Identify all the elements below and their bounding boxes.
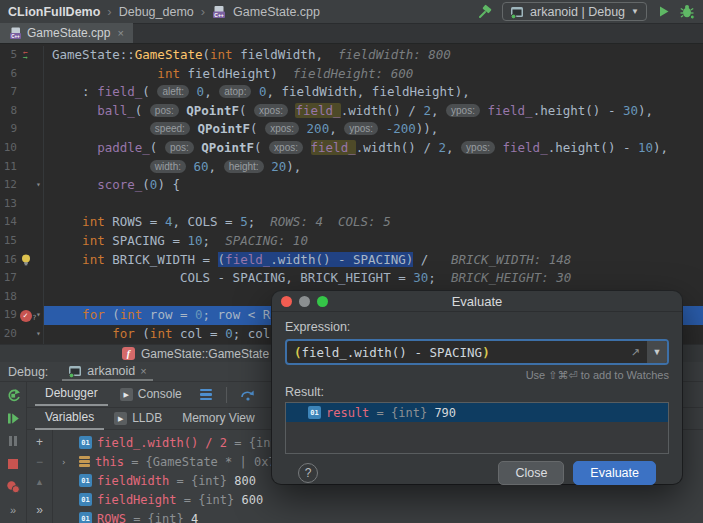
expand-icon[interactable]: ↗ [625, 346, 646, 359]
code-text[interactable]: score_(0) { [44, 176, 703, 195]
debug-label: Debug: [8, 365, 48, 379]
code-line-10[interactable]: 10 paddle_( pos: QPointF( xpos: field_.w… [0, 139, 703, 158]
fold-marker-icon[interactable]: ▾ [34, 176, 44, 195]
breadcrumb-folder[interactable]: Debug_demo [119, 5, 194, 19]
expand-arrow-icon[interactable]: › [61, 457, 74, 467]
line-number: 15 [0, 232, 17, 251]
close-button[interactable]: Close [498, 461, 564, 485]
result-name: result [326, 406, 369, 420]
gutter-space [17, 176, 34, 195]
terminal-icon: ▶ [114, 412, 127, 425]
dialog-title-bar: Evaluate [272, 291, 682, 312]
line-number: 20 [0, 325, 17, 344]
debug-session-tab[interactable]: arkanoid × [62, 362, 152, 381]
breakpoint-icon[interactable]: ✓ [17, 306, 34, 325]
more-icon[interactable]: » [36, 504, 43, 516]
code-line-11[interactable]: 11 width: 60, height: 20), [0, 158, 703, 177]
line-number: 18 [0, 288, 17, 307]
gutter-space [17, 195, 34, 214]
tab-close-icon[interactable]: × [117, 27, 123, 39]
breadcrumb-separator: › [107, 4, 111, 19]
fold-gutter [34, 251, 44, 270]
code-text[interactable]: ball_( pos: QPointF( xpos: field_.width(… [44, 102, 703, 121]
breadcrumb-separator: › [201, 4, 205, 19]
add-watch-icon[interactable]: + [36, 436, 43, 448]
tab-gamestate-cpp[interactable]: C++ GameState.cpp × [0, 23, 133, 43]
code-text[interactable]: int fieldHeight) fieldHeight: 600 [44, 65, 703, 84]
code-line-6[interactable]: 6 int fieldHeight) fieldHeight: 600 [0, 65, 703, 84]
code-line-12[interactable]: 12▾ score_(0) { [0, 176, 703, 195]
app-window-icon [510, 5, 524, 19]
breadcrumb-project[interactable]: CLionFullDemo [8, 5, 100, 19]
code-line-16[interactable]: 16 int BRICK_WIDTH = (field_.width() - S… [0, 251, 703, 270]
pause-icon[interactable] [9, 434, 17, 448]
breadcrumb-file[interactable]: GameState.cpp [233, 5, 320, 19]
view-breakpoints-icon[interactable] [6, 480, 21, 494]
code-text[interactable]: GameState::GameState(int fieldWidth, fie… [44, 46, 703, 65]
variable-value: 4 [191, 512, 198, 523]
nav-arrows-icon[interactable]: ←→ [17, 46, 34, 65]
variable-type: = {int} [126, 512, 191, 523]
fold-gutter [34, 46, 44, 65]
line-number: 9 [0, 120, 17, 139]
lightbulb-icon[interactable] [17, 251, 34, 270]
code-text[interactable]: width: 60, height: 20), [44, 158, 703, 177]
code-line-17[interactable]: 17 COLS - SPACING, BRICK_HEIGHT = 30; BR… [0, 269, 703, 288]
session-close-icon[interactable]: × [140, 365, 146, 377]
fold-marker-icon[interactable]: ▾ [34, 325, 44, 344]
expression-text[interactable]: (field_.width() - SPACING) [287, 345, 625, 360]
svg-text:C++: C++ [214, 11, 224, 17]
history-dropdown-button[interactable]: ▼ [646, 341, 667, 363]
code-line-14[interactable]: 14 int ROWS = 4, COLS = 5; ROWS: 4 COLS:… [0, 213, 703, 232]
code-line-15[interactable]: 15 int SPACING = 10; SPACING: 10 [0, 232, 703, 251]
step-over-icon[interactable] [240, 388, 256, 401]
tab-lldb[interactable]: ▶ LLDB [104, 408, 172, 429]
move-up-icon[interactable]: ▲ [35, 476, 44, 488]
variable-value: 600 [242, 493, 264, 507]
show-execution-point-icon[interactable] [200, 389, 212, 401]
fold-gutter [34, 102, 44, 121]
code-text[interactable] [44, 195, 703, 214]
tab-console[interactable]: ▶ Console [110, 384, 192, 405]
result-row[interactable]: 01 result = {int} 790 [286, 403, 668, 422]
run-configuration-select[interactable]: arkanoid | Debug ▼ [502, 2, 647, 21]
rerun-icon[interactable] [6, 388, 21, 402]
gutter-space [17, 158, 34, 177]
more-options-icon[interactable]: » [10, 503, 16, 517]
remove-watch-icon[interactable]: − [36, 456, 43, 468]
variable-row[interactable]: 01ROWS = {int} 4 [53, 509, 703, 523]
code-text[interactable]: speed: QPointF( xpos: 200, ypos: -200)), [44, 120, 703, 139]
expression-input[interactable]: (field_.width() - SPACING) ↗ ▼ [285, 339, 669, 365]
code-text[interactable]: paddle_( pos: QPointF( xpos: field_.widt… [44, 139, 703, 158]
code-line-5[interactable]: 5←→GameState::GameState(int fieldWidth, … [0, 46, 703, 65]
editor-tab-bar: C++ GameState.cpp × [0, 24, 703, 44]
line-number: 13 [0, 195, 17, 214]
tab-debugger[interactable]: Debugger [35, 383, 108, 406]
primitive-value-icon: 01 [79, 512, 92, 523]
variable-row[interactable]: 01fieldHeight = {int} 600 [53, 490, 703, 509]
resume-icon[interactable] [6, 411, 20, 425]
debug-bug-button[interactable] [680, 4, 695, 19]
current-function-label[interactable]: GameState::GameState [141, 347, 269, 361]
code-text[interactable]: int BRICK_WIDTH = (field_.width() - SPAC… [44, 251, 703, 270]
code-line-13[interactable]: 13 [0, 195, 703, 214]
stop-icon[interactable] [8, 457, 18, 471]
code-line-7[interactable]: 7 : field_( aleft: 0, atop: 0, fieldWidt… [0, 83, 703, 102]
breadcrumb: CLionFullDemo › Debug_demo › C++ GameSta… [8, 4, 476, 19]
tab-memory-view[interactable]: Memory View [172, 408, 264, 429]
evaluate-button[interactable]: Evaluate [573, 461, 656, 485]
help-button[interactable]: ? [298, 463, 318, 483]
tab-variables[interactable]: Variables [35, 407, 104, 430]
code-text[interactable]: COLS - SPACING, BRICK_HEIGHT = 30; BRICK… [44, 269, 703, 288]
build-hammer-icon[interactable] [476, 4, 492, 20]
line-number: 16 [0, 251, 17, 270]
code-line-8[interactable]: 8 ball_( pos: QPointF( xpos: field_.widt… [0, 102, 703, 121]
code-text[interactable]: int ROWS = 4, COLS = 5; ROWS: 4 COLS: 5 [44, 213, 703, 232]
gutter-space [17, 288, 34, 307]
gutter-space [17, 139, 34, 158]
code-line-9[interactable]: 9 speed: QPointF( xpos: 200, ypos: -200)… [0, 120, 703, 139]
fold-gutter [34, 232, 44, 251]
code-text[interactable]: int SPACING = 10; SPACING: 10 [44, 232, 703, 251]
run-button[interactable] [657, 5, 670, 18]
code-text[interactable]: : field_( aleft: 0, atop: 0, fieldWidth,… [44, 83, 703, 102]
